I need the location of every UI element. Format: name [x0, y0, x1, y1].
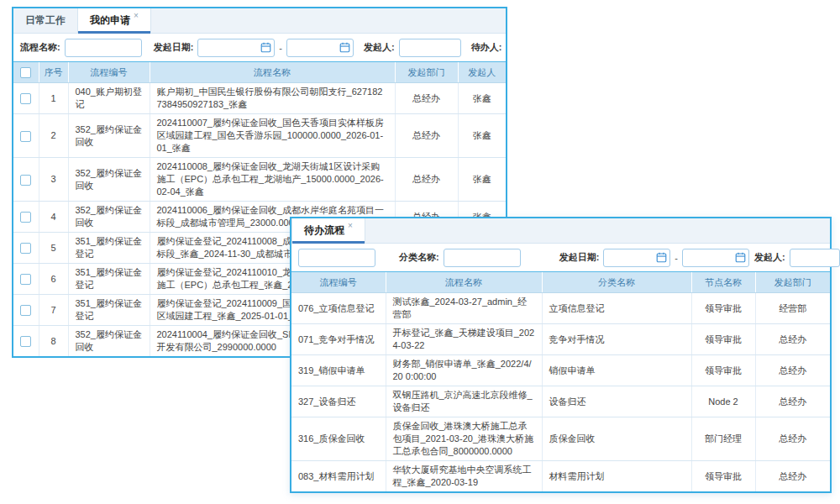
tab-label: 我的申请 [90, 13, 130, 28]
table-row[interactable]: 3 352_履约保证金回收 2024110008_履约保证金回收_龙湖天街城1区… [13, 158, 506, 202]
cell-dept: 总经办 [755, 386, 830, 417]
column-header-code: 流程编号 [291, 272, 386, 293]
column-header-person: 发起人 [458, 62, 506, 83]
row-checkbox[interactable] [20, 305, 31, 316]
cell-code: 316_质保金回收 [291, 417, 386, 461]
filter-bar: 分类名称: 发起日期: - [291, 244, 830, 271]
cell-code: 351_履约保证金登记 [68, 233, 150, 264]
cell-code: 040_账户期初登记 [68, 83, 150, 114]
cell-node: 领导审批 [691, 461, 755, 492]
cell-no: 7 [39, 295, 68, 326]
row-checkbox[interactable] [20, 131, 31, 142]
table-header-row: 序号 流程编号 流程名称 发起部门 发起人 [13, 62, 506, 83]
cell-node: 领导审批 [691, 324, 755, 355]
initiator-input[interactable] [790, 249, 840, 267]
cell-code: 083_材料需用计划 [291, 461, 386, 492]
tab-todo-processes[interactable]: 待办流程 × [291, 218, 365, 243]
cell-code: 352_履约保证金回收 [68, 326, 150, 357]
tab-bar: 日常工作 我的申请 × [13, 8, 506, 34]
cell-category: 设备归还 [542, 386, 691, 417]
cell-name: 财务部_销假申请单_张鑫_2022/4/20 0:00:00 [386, 355, 542, 386]
cell-category: 材料需用计划 [542, 461, 691, 492]
cell-dept: 总经办 [755, 324, 830, 355]
tab-label: 待办流程 [304, 223, 344, 238]
cell-code: 352_履约保证金回收 [68, 114, 150, 158]
row-checkbox[interactable] [20, 212, 31, 223]
close-icon[interactable]: × [134, 12, 139, 20]
cell-person: 张鑫 [458, 114, 506, 158]
tab-daily-work[interactable]: 日常工作 [13, 8, 77, 33]
cell-name: 测试张鑫_2024-03-27_admin_经营部 [386, 293, 542, 324]
cell-no: 1 [39, 83, 68, 114]
tab-my-applications[interactable]: 我的申请 × [77, 8, 151, 33]
table-row[interactable]: 076_立项信息登记 测试张鑫_2024-03-27_admin_经营部 立项信… [291, 293, 830, 324]
cell-dept: 总经办 [755, 355, 830, 386]
column-header-no: 序号 [39, 62, 68, 83]
calendar-icon[interactable] [339, 42, 350, 53]
cell-person: 张鑫 [458, 158, 506, 202]
cell-code: 071_竞争对手情况 [291, 324, 386, 355]
close-icon[interactable]: × [348, 222, 353, 230]
cell-code: 327_设备归还 [291, 386, 386, 417]
initiator-label: 发起人: [754, 251, 785, 264]
filter-bar: 流程名称: 发起日期: - [13, 34, 506, 61]
cell-code: 319_销假申请单 [291, 355, 386, 386]
cell-code: 076_立项信息登记 [291, 293, 386, 324]
cell-no: 4 [39, 202, 68, 233]
cell-category: 竞争对手情况 [542, 324, 691, 355]
cell-no: 2 [39, 114, 68, 158]
calendar-icon[interactable] [735, 252, 746, 263]
table-row[interactable]: 327_设备归还 双钢压路机_京沪高速北京段维修_设备归还 设备归还 Node … [291, 386, 830, 417]
row-checkbox[interactable] [20, 175, 31, 186]
cell-category: 立项信息登记 [542, 293, 691, 324]
calendar-icon[interactable] [656, 252, 667, 263]
cell-node: 领导审批 [691, 355, 755, 386]
cell-name: 2024110007_履约保证金回收_国色天香项目实体样板房区域园建工程_国色天… [150, 114, 395, 158]
cell-name: 2024110008_履约保证金回收_龙湖天街城1区设计采购施工（EPC）总承包… [150, 158, 395, 202]
category-name-input[interactable] [444, 249, 521, 267]
cell-dept: 总经办 [395, 114, 458, 158]
process-name-input[interactable] [298, 249, 375, 267]
todo-processes-table: 流程编号 流程名称 分类名称 节点名称 发起部门 076_立项信息登记 测试张鑫… [291, 271, 830, 491]
row-checkbox[interactable] [20, 274, 31, 285]
date-range-separator: - [279, 43, 282, 53]
cell-no: 6 [39, 264, 68, 295]
row-checkbox[interactable] [20, 336, 31, 347]
cell-node: Node 2 [691, 386, 755, 417]
initiator-label: 发起人: [364, 41, 395, 54]
todo-person-label: 待办人: [471, 41, 502, 54]
row-checkbox[interactable] [20, 243, 31, 254]
cell-dept: 经营部 [755, 293, 830, 324]
cell-dept: 总经办 [755, 417, 830, 461]
calendar-icon[interactable] [260, 42, 271, 53]
initiator-input[interactable] [399, 39, 461, 57]
cell-dept: 总经办 [395, 158, 458, 202]
select-all-checkbox[interactable] [20, 67, 31, 78]
table-row[interactable]: 319_销假申请单 财务部_销假申请单_张鑫_2022/4/20 0:00:00… [291, 355, 830, 386]
cell-code: 351_履约保证金登记 [68, 264, 150, 295]
table-row[interactable]: 071_竞争对手情况 开标登记_张鑫_天梯建设项目_2024-03-22 竞争对… [291, 324, 830, 355]
tab-label: 日常工作 [25, 13, 66, 28]
table-row[interactable]: 316_质保金回收 质保金回收_港珠澳大桥施工总承包项目_2021-03-20_… [291, 417, 830, 461]
column-header-name: 流程名称 [150, 62, 395, 83]
cell-name: 质保金回收_港珠澳大桥施工总承包项目_2021-03-20_港珠澳大桥施工总承包… [386, 417, 542, 461]
cell-no: 3 [39, 158, 68, 202]
cell-name: 账户期初_中国民生银行股份有限公司朝阳支行_627182738495092718… [150, 83, 395, 114]
table-row[interactable]: 1 040_账户期初登记 账户期初_中国民生银行股份有限公司朝阳支行_62718… [13, 83, 506, 114]
date-range-separator: - [675, 253, 678, 263]
cell-name: 华软大厦研究基地中央空调系统工程_张鑫_2020-03-19 [386, 461, 542, 492]
cell-person: 张鑫 [458, 83, 506, 114]
column-header-name: 流程名称 [386, 272, 542, 293]
cell-no: 5 [39, 233, 68, 264]
table-row[interactable]: 083_材料需用计划 华软大厦研究基地中央空调系统工程_张鑫_2020-03-1… [291, 461, 830, 492]
table-header-row: 流程编号 流程名称 分类名称 节点名称 发起部门 [291, 272, 830, 293]
column-header-code: 流程编号 [68, 62, 150, 83]
column-header-dept: 发起部门 [755, 272, 830, 293]
row-checkbox[interactable] [20, 93, 31, 104]
table-row[interactable]: 2 352_履约保证金回收 2024110007_履约保证金回收_国色天香项目实… [13, 114, 506, 158]
cell-dept: 总经办 [755, 461, 830, 492]
cell-dept: 总经办 [395, 83, 458, 114]
column-header-category: 分类名称 [542, 272, 691, 293]
cell-category: 质保金回收 [542, 417, 691, 461]
process-name-input[interactable] [65, 39, 142, 57]
